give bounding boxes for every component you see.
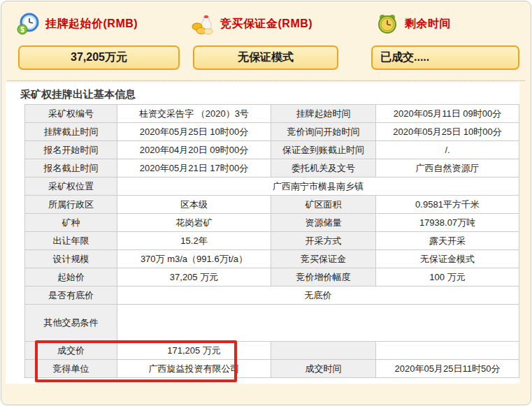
section-title: 采矿权挂牌出让基本信息 bbox=[20, 88, 136, 101]
row-label-cell: 挂牌截止时间 bbox=[25, 123, 117, 141]
auction-info-panel: $ 挂牌起始价(RMB) 竞买保证金(RMB) bbox=[1, 1, 531, 405]
row-label-cell: 设计规模 bbox=[25, 250, 117, 268]
table-row: 报名截止时间 2020年05月21日 17时00分 委托机关及文号 广西自然资源… bbox=[25, 159, 519, 177]
row-label-cell: 所属行政区 bbox=[25, 196, 117, 214]
table-row: 报名开始时间 2020年04月20日 09时00分 保证金到账截止时间 /. bbox=[25, 141, 519, 159]
row-value-cell: 37,205 万元 bbox=[117, 268, 271, 287]
row-label-cell: 采矿权编号 bbox=[25, 105, 117, 123]
row-label-cell: 竞价询问开始时间 bbox=[271, 123, 376, 141]
row-label-cell: 报名截止时间 bbox=[25, 159, 117, 177]
row-value-cell: 17938.07万吨 bbox=[376, 214, 519, 232]
mining-rights-info-table: 采矿权编号 桂资交采告字 （2020）3号 挂牌起始时间 2020年05月11日… bbox=[24, 104, 519, 378]
row-value-cell: 无保证金模式 bbox=[376, 250, 519, 268]
row-label-cell: 其他交易条件 bbox=[25, 305, 117, 342]
stat-label: 竞买保证金(RMB) bbox=[220, 17, 312, 31]
row-label-cell: 起始价 bbox=[25, 268, 117, 287]
row-label-cell: 出让年限 bbox=[25, 232, 117, 250]
stat-header-deposit: 竞买保证金(RMB) bbox=[192, 12, 312, 36]
basic-info-section: 采矿权挂牌出让基本信息 采矿权编号 桂资交采告字 （2020）3号 挂牌起始时间… bbox=[6, 82, 519, 384]
row-label-cell: 矿区面积 bbox=[271, 196, 376, 214]
row-label-cell: 采矿权位置 bbox=[25, 177, 117, 196]
row-value-cell bbox=[117, 305, 519, 342]
table-row: 出让年限 15.2年 开采方式 露天开采 bbox=[25, 232, 519, 250]
row-value-cell: 2020年05月25日 10时00分 bbox=[376, 123, 519, 141]
row-value-cell: 2020年05月11日 09时00分 bbox=[376, 105, 519, 123]
stat-label: 挂牌起始价(RMB) bbox=[45, 17, 138, 31]
row-value-text: 无底价 bbox=[242, 289, 394, 302]
row-label-cell: 矿种 bbox=[25, 214, 117, 232]
row-label-cell: 保证金到账截止时间 bbox=[271, 141, 376, 159]
row-label-cell: 委托机关及文号 bbox=[271, 159, 376, 177]
row-label-cell: 竞买保证金 bbox=[271, 250, 376, 268]
row-value-cell: 171,205 万元 bbox=[117, 342, 271, 360]
row-value-cell: 2020年05月21日 17时00分 bbox=[117, 159, 271, 177]
table-row: 挂牌截止时间 2020年05月25日 10时00分 竞价询问开始时间 2020年… bbox=[25, 123, 519, 141]
row-label-cell: 竞价增价幅度 bbox=[271, 268, 376, 287]
deposit-coins-icon bbox=[192, 13, 214, 35]
row-value-cell: 2020年04月20日 09时00分 bbox=[117, 141, 271, 159]
table-row: 成交价 171,205 万元 bbox=[25, 342, 519, 360]
stat-header-time-left: 剩余时间 bbox=[376, 12, 451, 36]
row-value-cell: 370万 m3/a（991.6万t/a） bbox=[117, 250, 271, 268]
row-value-cell bbox=[376, 342, 519, 360]
row-label-cell: 成交价 bbox=[25, 342, 117, 360]
table-row: 其他交易条件 bbox=[25, 305, 519, 342]
row-value-cell: 无底价 bbox=[117, 287, 519, 305]
deposit-value-box: 无保证模式 bbox=[193, 45, 338, 70]
start-price-value-box: 37,205万元 bbox=[18, 45, 180, 70]
table-row: 竞得单位 广西旋益投资有限公司 成交时间 2020年05月25日11时50分 bbox=[25, 360, 519, 378]
row-value-cell: 100 万元 bbox=[376, 268, 519, 287]
table-row: 矿种 花岗岩矿 资源储量 17938.07万吨 bbox=[25, 214, 519, 232]
row-value-cell: 广西旋益投资有限公司 bbox=[117, 360, 271, 378]
row-value-cell: 广西自然资源厅 bbox=[376, 159, 519, 177]
table-row: 设计规模 370万 m3/a（991.6万t/a） 竞买保证金 无保证金模式 bbox=[25, 250, 519, 268]
row-value-cell: 桂资交采告字 （2020）3号 bbox=[117, 105, 271, 123]
price-clock-icon: $ bbox=[17, 13, 39, 35]
svg-text:$: $ bbox=[20, 26, 24, 34]
stat-label: 剩余时间 bbox=[405, 17, 451, 31]
table-row: 采矿权位置 广西南宁市横县南乡镇 bbox=[25, 177, 519, 196]
row-value-cell: 花岗岩矿 bbox=[117, 214, 271, 232]
row-value-cell: 15.2年 bbox=[117, 232, 271, 250]
row-value-cell: 0.9581平方千米 bbox=[376, 196, 519, 214]
row-label-cell: 开采方式 bbox=[271, 232, 376, 250]
table-row: 采矿权编号 桂资交采告字 （2020）3号 挂牌起始时间 2020年05月11日… bbox=[25, 105, 519, 123]
time-left-value-box: 已成交..... bbox=[371, 45, 519, 70]
row-label-cell: 是否有底价 bbox=[25, 287, 117, 305]
table-row: 起始价 37,205 万元 竞价增价幅度 100 万元 bbox=[25, 268, 519, 287]
row-value-cell: 露天开采 bbox=[376, 232, 519, 250]
row-value-cell: 广西南宁市横县南乡镇 bbox=[117, 177, 519, 196]
stat-header-start-price: $ 挂牌起始价(RMB) bbox=[17, 12, 138, 36]
row-label-cell bbox=[271, 342, 376, 360]
table-row: 所属行政区 区本级 矿区面积 0.9581平方千米 bbox=[25, 196, 519, 214]
row-value-cell: 2020年05月25日11时50分 bbox=[376, 360, 519, 378]
table-row: 是否有底价 无底价 bbox=[25, 287, 519, 305]
dotted-separator bbox=[7, 80, 525, 81]
row-value-cell: /. bbox=[376, 141, 519, 159]
alarm-clock-icon bbox=[376, 13, 398, 35]
row-label-cell: 资源储量 bbox=[271, 214, 376, 232]
row-value-cell: 区本级 bbox=[117, 196, 271, 214]
row-label-cell: 挂牌起始时间 bbox=[271, 105, 376, 123]
row-value-cell: 2020年05月25日 10时00分 bbox=[117, 123, 271, 141]
row-label-cell: 报名开始时间 bbox=[25, 141, 117, 159]
row-label-cell: 成交时间 bbox=[271, 360, 376, 378]
row-label-cell: 竞得单位 bbox=[25, 360, 117, 378]
